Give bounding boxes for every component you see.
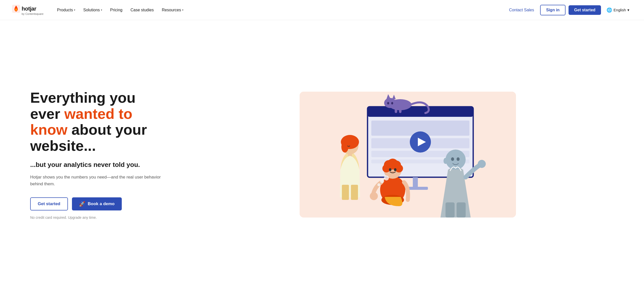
svg-rect-26 (342, 185, 349, 200)
nav-resources[interactable]: Resources ▾ (158, 6, 187, 14)
svg-point-42 (444, 158, 448, 164)
brand-sub: by Contentsquare (12, 12, 44, 15)
svg-point-39 (446, 150, 466, 170)
svg-point-38 (370, 192, 378, 200)
resources-chevron-icon: ▾ (182, 9, 183, 11)
hero-description: Hotjar shows you the numbers you need—an… (30, 174, 169, 187)
nav-case-studies[interactable]: Case studies (127, 6, 157, 14)
nav-actions: Contact Sales Sign in Get started 🌐 Engl… (506, 5, 632, 15)
products-chevron-icon: ▾ (74, 9, 75, 11)
sign-in-button[interactable]: Sign in (540, 5, 566, 15)
svg-point-18 (391, 102, 393, 104)
hero-section: Everything you ever wanted to know about… (0, 20, 644, 289)
svg-point-33 (382, 164, 390, 172)
svg-point-48 (384, 175, 389, 180)
svg-rect-44 (446, 202, 455, 218)
nav-products[interactable]: Products ▾ (54, 6, 79, 14)
svg-point-47 (380, 179, 384, 183)
hero-illustration-svg (300, 92, 516, 218)
language-chevron-icon: ▾ (627, 8, 629, 12)
svg-rect-19 (395, 108, 397, 113)
hotjar-logo-icon (12, 5, 20, 13)
svg-point-40 (451, 157, 454, 161)
hero-footnote: No credit card required. Upgrade any tim… (30, 215, 169, 220)
navbar: hotjar by Contentsquare Products ▾ Solut… (0, 0, 644, 20)
contact-sales-link[interactable]: Contact Sales (506, 6, 537, 14)
svg-point-34 (395, 164, 403, 172)
logo-link[interactable]: hotjar by Contentsquare (12, 5, 44, 15)
nav-solutions[interactable]: Solutions ▾ (80, 6, 106, 14)
svg-rect-45 (457, 202, 466, 218)
globe-icon: 🌐 (607, 7, 612, 13)
svg-point-41 (457, 157, 460, 161)
svg-point-46 (377, 183, 380, 186)
hero-subheadline: ...but your analytics never told you. (30, 161, 169, 169)
language-label: English (614, 8, 626, 12)
nav-pricing[interactable]: Pricing (107, 6, 126, 14)
hero-headline: Everything you ever wanted to know about… (30, 90, 169, 154)
svg-point-43 (478, 160, 486, 168)
svg-point-36 (394, 168, 396, 171)
hero-book-demo-button[interactable]: 🚀 Book a demo (72, 197, 122, 210)
svg-point-24 (341, 141, 348, 153)
hero-content: Everything you ever wanted to know about… (30, 90, 169, 220)
solutions-chevron-icon: ▾ (101, 9, 102, 11)
nav-get-started-button[interactable]: Get started (569, 5, 601, 15)
svg-rect-20 (399, 108, 401, 113)
rocket-icon: 🚀 (79, 201, 85, 207)
svg-point-35 (389, 168, 391, 171)
svg-rect-27 (351, 185, 358, 200)
svg-rect-9 (413, 177, 418, 187)
hero-illustration (184, 92, 632, 218)
hero-get-started-button[interactable]: Get started (30, 197, 68, 210)
svg-rect-3 (368, 107, 473, 117)
svg-point-17 (387, 102, 389, 104)
svg-point-14 (384, 98, 396, 108)
svg-rect-5 (371, 138, 417, 148)
language-selector[interactable]: 🌐 English ▾ (604, 5, 632, 15)
brand-name: hotjar (22, 6, 36, 12)
illustration-container (300, 92, 516, 218)
nav-links: Products ▾ Solutions ▾ Pricing Case stud… (54, 6, 506, 14)
hero-cta-row: Get started 🚀 Book a demo (30, 197, 169, 210)
